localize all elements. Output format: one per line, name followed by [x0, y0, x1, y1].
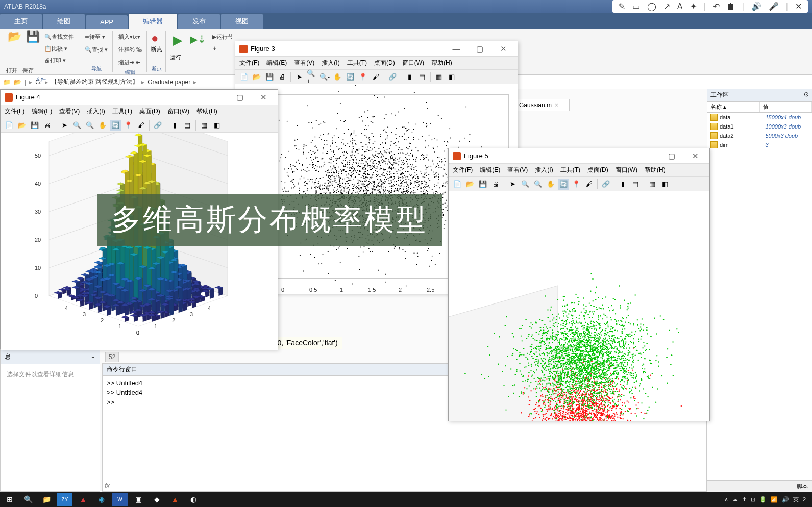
print-button[interactable]: 🖨 打印 ▾	[43, 55, 76, 66]
menu-help[interactable]: 帮助(H)	[645, 166, 666, 174]
zoomout-icon[interactable]: 🔍	[532, 179, 544, 190]
advance-button[interactable]: ⇣	[211, 42, 235, 54]
menu-desktop[interactable]: 桌面(D)	[139, 107, 160, 116]
colorbar-icon[interactable]: ▮	[169, 120, 180, 131]
speaker-icon[interactable]: 🔊	[749, 2, 764, 11]
menu-edit[interactable]: 编辑(E)	[480, 166, 500, 174]
maximize-button[interactable]: ▢	[661, 151, 682, 161]
zoomin-icon[interactable]: 🔍+	[306, 71, 317, 83]
tab-editor[interactable]: 编辑器	[129, 14, 177, 29]
rotate-icon[interactable]: 🔄	[345, 71, 356, 83]
text-icon[interactable]: A	[675, 2, 685, 11]
menu-view[interactable]: 查看(V)	[507, 166, 528, 174]
wand-icon[interactable]: ✦	[688, 2, 699, 11]
figure-5-window[interactable]: Figure 5 — ▢ ✕ 文件(F) 编辑(E) 查看(V) 插入(I) 工…	[448, 148, 710, 421]
menu-edit[interactable]: 编辑(E)	[32, 107, 52, 116]
datacursor-icon[interactable]: 📍	[122, 120, 134, 131]
save-icon[interactable]: 💾	[29, 120, 40, 131]
menu-window[interactable]: 窗口(W)	[616, 166, 637, 174]
link-icon[interactable]: 🔗	[387, 71, 398, 83]
pan-icon[interactable]: ✋	[97, 120, 108, 131]
menu-file[interactable]: 文件(F)	[453, 166, 473, 174]
new-icon[interactable]: 📄	[238, 71, 250, 83]
circle-icon[interactable]: ◯	[645, 2, 658, 11]
new-icon[interactable]: 📄	[452, 179, 463, 190]
menu-help[interactable]: 帮助(H)	[196, 107, 217, 116]
zoomin-icon[interactable]: 🔍	[71, 120, 83, 131]
open-icon[interactable]: 📂	[464, 179, 476, 190]
pointer-icon[interactable]: ➤	[507, 179, 518, 190]
menu-window[interactable]: 窗口(W)	[402, 59, 424, 67]
close-button[interactable]: ✕	[253, 93, 274, 102]
datacursor-icon[interactable]: 📍	[357, 71, 368, 83]
app-icon[interactable]: ◆	[149, 493, 164, 506]
menu-desktop[interactable]: 桌面(D)	[374, 59, 395, 67]
pan-icon[interactable]: ✋	[332, 71, 343, 83]
menu-help[interactable]: 帮助(H)	[431, 59, 452, 67]
pointer-icon[interactable]: ➤	[293, 71, 305, 83]
indent-button[interactable]: 缩进 ⇥ ⇤	[117, 57, 142, 68]
matlab-taskbar-icon[interactable]: ▲	[167, 493, 183, 506]
app-zy-icon[interactable]: ZY	[57, 493, 72, 506]
print-icon[interactable]: 🖨	[277, 71, 288, 83]
run-button[interactable]: ▶	[170, 31, 185, 49]
datacursor-icon[interactable]: 📍	[571, 179, 582, 190]
folder-icon[interactable]: 📁	[3, 79, 11, 86]
minimize-button[interactable]: —	[206, 93, 227, 102]
figure-5-axes[interactable]: -2-10123-2-10123-2-101234X轴Y轴Z轴	[449, 191, 709, 421]
dock-icon[interactable]: ◧	[659, 179, 671, 190]
ws-col-name[interactable]: 名称 ▴	[707, 102, 760, 112]
colorbar-icon[interactable]: ▮	[404, 71, 415, 83]
menu-view[interactable]: 查看(V)	[294, 59, 314, 67]
zoomout-icon[interactable]: 🔍-	[319, 71, 330, 83]
save-icon[interactable]: 💾	[477, 179, 488, 190]
search-button[interactable]: 🔍	[20, 493, 36, 506]
menu-tools[interactable]: 工具(T)	[560, 166, 580, 174]
save-icon[interactable]: 💾	[264, 71, 275, 83]
link-icon[interactable]: 🔗	[600, 179, 611, 190]
brush-icon[interactable]: 🖌	[583, 179, 595, 190]
brush-icon[interactable]: 🖌	[135, 120, 146, 131]
print-icon[interactable]: 🖨	[490, 179, 501, 190]
rotate-icon[interactable]: 🔄	[110, 120, 121, 131]
pointer-icon[interactable]: ➤	[59, 120, 70, 131]
menu-edit[interactable]: 编辑(E)	[266, 59, 287, 67]
app-icon[interactable]: ▣	[131, 493, 146, 506]
menu-insert[interactable]: 插入(I)	[87, 107, 105, 116]
ws-var-row[interactable]: data25000x3 doub	[707, 131, 812, 140]
close-button[interactable]: ✕	[493, 44, 513, 54]
link-icon[interactable]: 🔗	[152, 120, 163, 131]
goto-button[interactable]: ⬌ 转至 ▾	[83, 31, 107, 42]
menu-tools[interactable]: 工具(T)	[347, 59, 367, 67]
ws-var-row[interactable]: data110000x3 doub	[707, 122, 812, 131]
collapse-icon[interactable]: ⌄	[90, 352, 95, 361]
ws-var-row[interactable]: dim3	[707, 140, 812, 149]
runsection-button[interactable]: ▶ 运行节	[211, 31, 235, 42]
menu-tools[interactable]: 工具(T)	[112, 107, 132, 116]
maximize-button[interactable]: ▢	[470, 44, 490, 54]
mic-icon[interactable]: 🎤	[767, 2, 781, 11]
pan-icon[interactable]: ✋	[545, 179, 556, 190]
tab-publish[interactable]: 发布	[178, 14, 220, 29]
crumb-1[interactable]: 【导航误差约束 路径规划方法】	[51, 78, 138, 86]
rect-icon[interactable]: ▭	[630, 2, 642, 11]
zoomin-icon[interactable]: 🔍	[520, 179, 531, 190]
comment-button[interactable]: 注释 % ‰	[117, 44, 143, 55]
app-icon[interactable]: ◐	[186, 493, 201, 506]
pdf-icon[interactable]: ▲	[76, 493, 91, 506]
colorbar-icon[interactable]: ▮	[617, 179, 628, 190]
crumb-drive[interactable]: G:	[35, 79, 42, 86]
tab-app[interactable]: APP	[86, 15, 128, 29]
folder-up-icon[interactable]: 📂	[14, 79, 21, 86]
menu-view[interactable]: 查看(V)	[59, 107, 80, 116]
tab-home[interactable]: 主页	[0, 14, 42, 29]
pencil-icon[interactable]: ✎	[617, 2, 627, 11]
insert-button[interactable]: 插入 ▾ fx ▾	[117, 31, 142, 42]
findfile-button[interactable]: 🔍 查找文件	[43, 31, 76, 42]
legend-icon[interactable]: ▤	[182, 120, 193, 131]
legend-icon[interactable]: ▤	[630, 179, 641, 190]
ws-var-row[interactable]: data15000x4 doub	[707, 113, 812, 122]
rotate-icon[interactable]: 🔄	[558, 179, 569, 190]
dock-icon[interactable]: ◧	[211, 120, 223, 131]
compare-button[interactable]: 📋 比较 ▾	[43, 43, 76, 54]
